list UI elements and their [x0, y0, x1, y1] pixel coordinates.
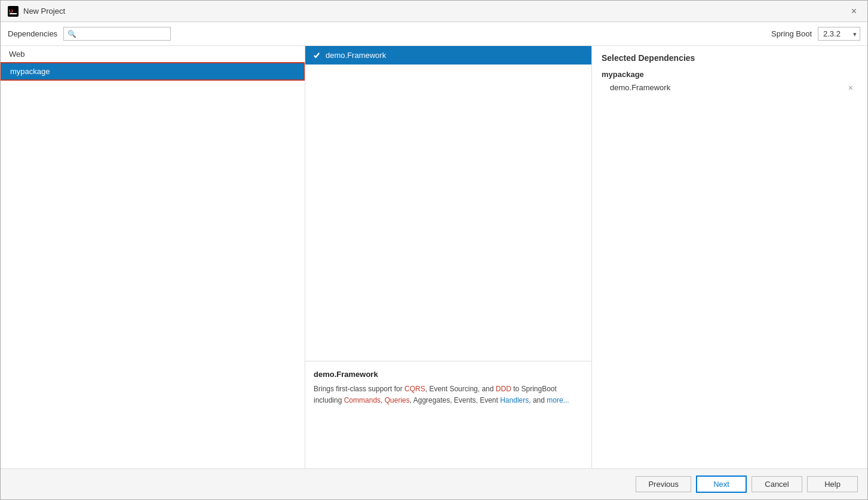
dep-checkbox-demo-framework[interactable]: [312, 51, 321, 60]
title-bar: IJ New Project ×: [1, 1, 867, 22]
selected-group-name: mypackage: [602, 70, 858, 79]
svg-text:IJ: IJ: [9, 8, 13, 14]
selected-dep-item-demo-framework: demo.Framework ×: [602, 81, 858, 94]
bottom-bar: Previous Next Cancel Help: [1, 468, 867, 499]
dep-label-demo-framework: demo.Framework: [326, 51, 386, 60]
help-button[interactable]: Help: [807, 476, 858, 492]
next-button[interactable]: Next: [696, 476, 747, 493]
dependency-description: demo.Framework Brings first-class suppor…: [305, 361, 591, 468]
previous-button[interactable]: Previous: [636, 476, 691, 492]
main-panels: Web mypackage demo.Framework demo.Framew…: [1, 46, 867, 468]
dep-desc-text: Brings first-class support for CQRS, Eve…: [314, 384, 583, 406]
dependencies-label: Dependencies: [8, 29, 57, 38]
dependency-panel: demo.Framework demo.Framework Brings fir…: [305, 46, 592, 468]
version-select[interactable]: 2.3.2 2.3.1 2.2.9 2.1.16: [818, 27, 860, 41]
spring-boot-label: Spring Boot: [771, 29, 812, 38]
new-project-dialog: IJ New Project × Dependencies 🔍 Spring B…: [0, 0, 868, 500]
highlight-queries: Queries: [385, 396, 410, 404]
category-item-mypackage[interactable]: mypackage: [1, 62, 305, 81]
dependency-list: demo.Framework: [305, 46, 591, 361]
dependency-item-demo-framework[interactable]: demo.Framework: [305, 46, 591, 65]
title-bar-left: IJ New Project: [8, 6, 65, 17]
dep-desc-title: demo.Framework: [314, 370, 583, 379]
selected-dep-name: demo.Framework: [610, 83, 670, 92]
selected-group-mypackage: mypackage demo.Framework ×: [602, 70, 858, 94]
highlight-cqrs: CQRS: [404, 385, 425, 393]
link-handlers: Handlers: [500, 396, 529, 404]
top-bar: Dependencies 🔍 Spring Boot 2.3.2 2.3.1 2…: [1, 22, 867, 46]
version-wrapper: 2.3.2 2.3.1 2.2.9 2.1.16: [818, 27, 860, 41]
close-button[interactable]: ×: [848, 5, 860, 18]
link-more: more...: [547, 396, 569, 404]
highlight-commands: Commands: [344, 396, 381, 404]
category-item-web[interactable]: Web: [1, 46, 305, 62]
cancel-button[interactable]: Cancel: [752, 476, 802, 492]
dialog-title: New Project: [23, 7, 65, 16]
remove-dep-button[interactable]: ×: [847, 84, 854, 92]
intellij-icon: IJ: [8, 6, 19, 17]
selected-panel: Selected Dependencies mypackage demo.Fra…: [592, 46, 867, 468]
search-wrapper: 🔍: [63, 27, 171, 41]
highlight-ddd: DDD: [496, 385, 511, 393]
category-panel: Web mypackage: [1, 46, 305, 468]
selected-dependencies-title: Selected Dependencies: [602, 53, 858, 63]
search-input[interactable]: [63, 27, 171, 41]
